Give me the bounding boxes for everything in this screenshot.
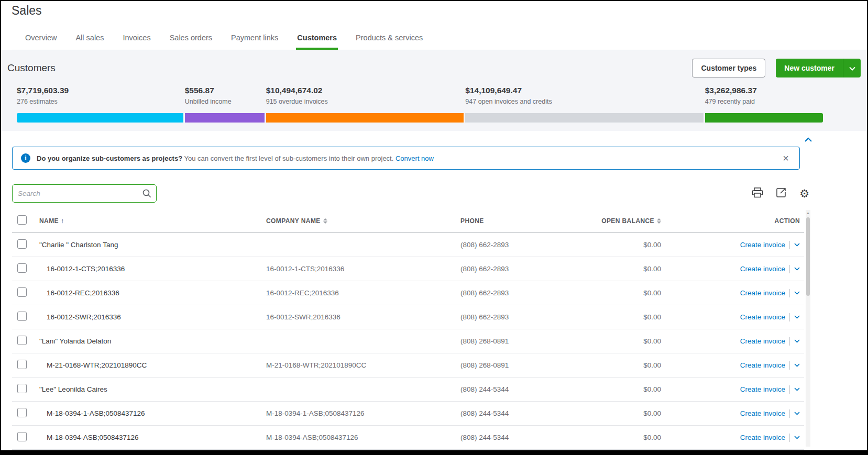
tab-payment-links[interactable]: Payment links (230, 30, 279, 50)
row-action: Create invoice (740, 409, 800, 418)
create-invoice-link[interactable]: Create invoice (740, 265, 785, 273)
open-balance-value: $0.00 (586, 257, 665, 281)
banner-text: Do you organize sub-customers as project… (37, 154, 774, 162)
collapse-money-bar-chevron[interactable] (804, 137, 812, 142)
action-dropdown-chevron[interactable] (794, 412, 800, 415)
scrollbar-up-arrow[interactable]: ▲ (806, 210, 810, 215)
company-name (262, 378, 456, 402)
row-checkbox[interactable] (17, 432, 27, 441)
action-dropdown-chevron[interactable] (794, 339, 800, 343)
row-checkbox[interactable] (17, 287, 27, 297)
action-dropdown-chevron[interactable] (794, 267, 800, 271)
row-checkbox[interactable] (17, 312, 27, 321)
company-name: 16-0012-1-CTS;2016336 (262, 257, 456, 281)
action-dropdown-chevron[interactable] (794, 436, 800, 439)
action-dropdown-chevron[interactable] (794, 363, 800, 367)
table-row: 16-0012-SWR;2016336 16-0012-SWR;2016336 … (12, 305, 804, 329)
money-bar-stats: $7,719,603.39276 estimates$556.87Unbille… (17, 86, 821, 105)
customers-table: NAME↑ COMPANY NAME PHONE OPEN BALANCE AC… (12, 208, 804, 450)
money-bar-segment[interactable] (705, 113, 823, 123)
banner-close-button[interactable]: × (781, 153, 791, 163)
tab-all-sales[interactable]: All sales (74, 30, 105, 50)
create-invoice-link[interactable]: Create invoice (740, 241, 785, 249)
export-button[interactable] (776, 187, 787, 199)
action-dropdown-chevron[interactable] (794, 315, 800, 319)
create-invoice-link[interactable]: Create invoice (740, 361, 785, 369)
header-actions: Customer types New customer (692, 59, 861, 77)
create-invoice-link[interactable]: Create invoice (740, 434, 785, 441)
money-bar-segment[interactable] (185, 113, 265, 123)
money-bar: $7,719,603.39276 estimates$556.87Unbille… (17, 86, 821, 123)
row-checkbox[interactable] (17, 360, 27, 369)
customer-name[interactable]: "Lani" Yolanda Delatori (39, 337, 111, 345)
action-dropdown-chevron[interactable] (794, 387, 800, 391)
row-checkbox[interactable] (17, 239, 27, 249)
create-invoice-link[interactable]: Create invoice (740, 289, 785, 297)
scrollbar-thumb[interactable] (806, 217, 810, 296)
row-action: Create invoice (740, 313, 800, 321)
customer-name[interactable]: M-18-0394-1-ASB;0508437126 (39, 409, 145, 417)
action-dropdown-chevron[interactable] (794, 243, 800, 247)
customer-types-button[interactable]: Customer types (692, 59, 765, 77)
select-all-checkbox[interactable] (17, 215, 27, 225)
create-invoice-link[interactable]: Create invoice (740, 337, 785, 345)
action-divider (789, 385, 790, 394)
table-row: "Charlie " Charlston Tang (808) 662-2893… (12, 233, 804, 257)
new-customer-dropdown-button[interactable] (843, 59, 861, 77)
tab-products-services[interactable]: Products & services (355, 30, 424, 50)
row-checkbox[interactable] (17, 384, 27, 393)
row-checkbox[interactable] (17, 408, 27, 417)
column-header-company[interactable]: COMPANY NAME (262, 208, 456, 233)
open-balance-value: $0.00 (586, 426, 665, 450)
customer-name[interactable]: M-18-0394-ASB;0508437126 (39, 434, 139, 441)
customer-name[interactable]: M-21-0168-WTR;202101890CC (39, 361, 147, 369)
open-balance-value: $0.00 (586, 353, 665, 378)
phone-value: (808) 662-2893 (456, 233, 586, 257)
open-balance-value: $0.00 (586, 281, 665, 305)
tab-sales-orders[interactable]: Sales orders (169, 30, 213, 50)
search-input[interactable] (12, 184, 157, 203)
customer-name[interactable]: 16-0012-REC;2016336 (39, 289, 119, 297)
new-customer-button[interactable]: New customer (776, 59, 843, 77)
tab-overview[interactable]: Overview (24, 30, 58, 50)
convert-now-link[interactable]: Convert now (395, 154, 434, 162)
row-action: Create invoice (740, 385, 800, 394)
settings-button[interactable]: ⚙ (799, 188, 809, 199)
column-header-phone: PHONE (456, 208, 586, 233)
action-divider (789, 361, 790, 370)
print-button[interactable] (752, 187, 763, 199)
create-invoice-link[interactable]: Create invoice (740, 313, 785, 321)
table-row: M-21-0168-WTR;202101890CC M-21-0168-WTR;… (12, 353, 804, 378)
open-balance-value: $0.00 (586, 329, 665, 353)
open-balance-value: $0.00 (586, 402, 665, 426)
create-invoice-link[interactable]: Create invoice (740, 385, 785, 393)
tab-invoices[interactable]: Invoices (122, 30, 151, 50)
column-header-name[interactable]: NAME↑ (35, 208, 262, 233)
customer-name[interactable]: "Charlie " Charlston Tang (39, 241, 118, 249)
stat-label: 276 estimates (17, 98, 183, 105)
sort-icon (657, 218, 661, 224)
action-divider (789, 409, 790, 418)
row-checkbox[interactable] (17, 263, 27, 273)
close-icon: × (783, 152, 789, 164)
column-header-open-balance[interactable]: OPEN BALANCE (586, 208, 665, 233)
customer-name[interactable]: 16-0012-1-CTS;2016336 (39, 265, 125, 273)
action-dropdown-chevron[interactable] (794, 291, 800, 295)
action-divider (789, 265, 790, 273)
row-action: Create invoice (740, 361, 800, 370)
chevron-down-icon (849, 64, 855, 72)
money-bar-segments (17, 113, 821, 123)
money-bar-segment[interactable] (465, 113, 703, 123)
create-invoice-link[interactable]: Create invoice (740, 409, 785, 417)
company-name (262, 329, 456, 353)
action-divider (789, 241, 790, 249)
customer-name[interactable]: "Lee" Leonilda Caires (39, 385, 107, 393)
tab-customers[interactable]: Customers (296, 30, 338, 50)
money-bar-segment[interactable] (17, 113, 183, 123)
customer-name[interactable]: 16-0012-SWR;2016336 (39, 313, 121, 321)
vertical-scrollbar[interactable]: ▲ (806, 210, 810, 447)
table-row: 16-0012-REC;2016336 16-0012-REC;2016336 … (12, 281, 804, 305)
row-checkbox[interactable] (17, 336, 27, 345)
table-row: "Lee" Leonilda Caires (808) 244-5344 $0.… (12, 378, 804, 402)
money-bar-segment[interactable] (266, 113, 464, 123)
